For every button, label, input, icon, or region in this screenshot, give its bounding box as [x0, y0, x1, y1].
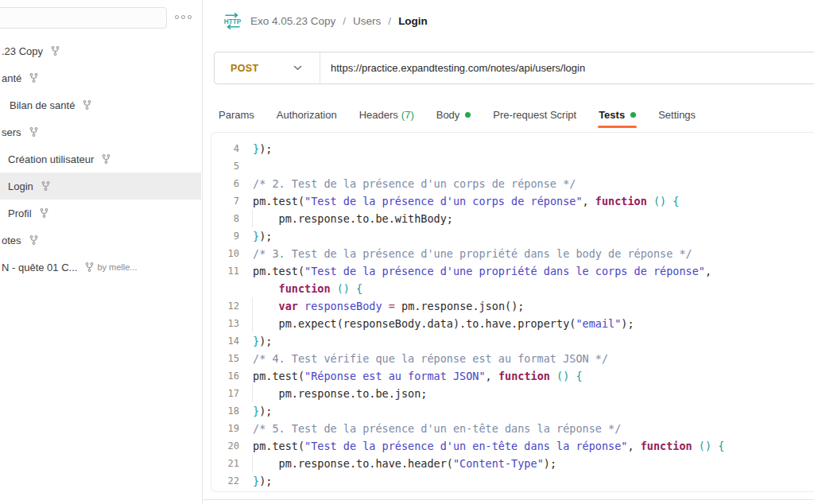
line-number: 22 — [211, 472, 248, 490]
fork-meta — [29, 73, 41, 83]
collection-item-label: Création utilisateur — [8, 153, 94, 165]
breadcrumb-separator: / — [343, 15, 346, 27]
fork-meta — [40, 208, 52, 218]
line-number: 4 — [211, 140, 248, 157]
svg-text:HTTP: HTTP — [224, 18, 242, 25]
tab-label: Tests — [599, 109, 625, 121]
fork-meta — [41, 181, 53, 191]
code-text — [248, 157, 253, 175]
code-line[interactable]: 8 pm.response.to.be.withBody; — [211, 210, 814, 227]
code-line[interactable]: 10 /* 3. Test de la présence d'une propr… — [211, 245, 814, 262]
request-tabs: Params Authorization Headers (7) Body Pr… — [219, 102, 696, 128]
tab-label: Headers — [359, 109, 398, 121]
code-line[interactable]: 17 pm.response.to.be.json; — [211, 385, 814, 402]
tab-authorization[interactable]: Authorization — [277, 102, 337, 128]
code-line[interactable]: 16 pm.test("Réponse est au format JSON",… — [211, 367, 814, 385]
collection-item-label: N - quête 01 C... — [2, 262, 77, 273]
sidebar-item-sers[interactable]: sers — [0, 118, 201, 145]
sidebar-item-otes[interactable]: otes — [0, 227, 201, 254]
more-options-icon[interactable] — [175, 15, 192, 19]
tab-tests[interactable]: Tests — [599, 102, 636, 128]
line-number: 20 — [211, 437, 248, 455]
tab-pre-request-script[interactable]: Pre-request Script — [493, 102, 576, 128]
code-line[interactable]: 11 pm.test("Test de la présence d'une pr… — [211, 262, 814, 280]
sidebar-item-profil[interactable]: Profil — [0, 200, 201, 227]
code-line[interactable]: 23 — [211, 490, 814, 492]
code-text — [248, 490, 253, 492]
code-line[interactable]: 19 /* 5. Test de la présence d'un en-têt… — [211, 420, 814, 437]
request-url-input[interactable] — [320, 62, 814, 74]
code-text: /* 4. Test vérifie que la réponse est au… — [248, 350, 608, 367]
code-line[interactable]: 13 pm.expect(responseBody.data).to.have.… — [211, 315, 814, 332]
sidebar-item-bilan-de-sante[interactable]: Bilan de santé — [0, 91, 201, 118]
tab-headers[interactable]: Headers (7) — [359, 102, 414, 128]
fork-meta: by melle... — [85, 262, 137, 272]
code-text: }); — [248, 402, 272, 420]
sidebar-item-login[interactable]: Login — [0, 173, 201, 200]
code-line[interactable]: 5 — [211, 157, 814, 175]
line-number: 12 — [211, 297, 248, 315]
code-text: /* 5. Test de la présence d'un en-tête d… — [248, 420, 621, 437]
code-line[interactable]: 14 }); — [211, 332, 814, 350]
request-panel: HTTP Exo 4.05.23 Copy/Users/Login POST P… — [203, 0, 814, 504]
line-number: 7 — [211, 192, 248, 210]
collection-item-label: otes — [2, 235, 21, 246]
method-label: POST — [231, 63, 259, 74]
code-line[interactable]: 22 }); — [211, 472, 814, 490]
tab-settings[interactable]: Settings — [658, 102, 696, 128]
breadcrumb-separator: / — [388, 15, 391, 27]
sidebar-item-n-quete-01-c[interactable]: N - quête 01 C... by melle... — [0, 254, 201, 281]
breadcrumb: HTTP Exo 4.05.23 Copy/Users/Login — [222, 13, 428, 29]
http-method-icon: HTTP — [222, 13, 243, 29]
breadcrumb-exo-4-05-23-copy[interactable]: Exo 4.05.23 Copy — [250, 15, 335, 27]
tab-count-badge: (7) — [401, 109, 414, 121]
code-text: pm.response.to.be.json; — [248, 385, 427, 402]
code-line[interactable]: 21 pm.response.to.have.header("Content-T… — [211, 455, 814, 472]
code-line[interactable]: 12 var responseBody = pm.response.json()… — [211, 297, 814, 315]
sidebar-item-creation-utilisateur[interactable]: Création utilisateur — [0, 145, 201, 173]
code-line[interactable]: function () { — [211, 280, 814, 297]
fork-icon — [29, 73, 38, 83]
code-line[interactable]: 6 /* 2. Test de la présence d'un corps d… — [211, 175, 814, 192]
code-line[interactable]: 18 }); — [211, 402, 814, 420]
code-text: pm.test("Réponse est au format JSON", fu… — [248, 367, 583, 385]
collection-item-label: sers — [2, 126, 21, 138]
code-text: pm.response.to.have.header("Content-Type… — [248, 455, 556, 472]
code-text: var responseBody = pm.response.json(); — [248, 297, 524, 315]
line-number: 14 — [211, 332, 248, 350]
tests-script-editor[interactable]: 4 }); 5 6 /* 2. Test de la présence d'un… — [211, 132, 814, 492]
line-number: 15 — [211, 350, 248, 367]
code-text: }); — [248, 332, 272, 350]
tab-label: Body — [436, 109, 460, 121]
collections-sidebar: .23 Copy anté — [0, 0, 203, 504]
code-line[interactable]: 9 }); — [211, 227, 814, 245]
line-number: 17 — [211, 385, 248, 402]
method-dropdown[interactable]: POST — [215, 52, 320, 83]
line-number: 13 — [211, 315, 248, 332]
code-line[interactable]: 20 pm.test("Test de la présence d'un en-… — [211, 437, 814, 455]
fork-icon — [29, 127, 38, 137]
fork-meta — [29, 235, 41, 245]
code-line[interactable]: 7 pm.test("Test de la présence d'un corp… — [211, 192, 814, 210]
breadcrumb-users[interactable]: Users — [353, 15, 381, 27]
sidebar-search-input[interactable] — [0, 7, 167, 29]
tab-params[interactable]: Params — [219, 102, 254, 128]
tab-body[interactable]: Body — [436, 102, 471, 128]
code-line[interactable]: 15 /* 4. Test vérifie que la réponse est… — [211, 350, 814, 367]
code-text: pm.test("Test de la présence d'une propr… — [248, 262, 711, 280]
line-number: 6 — [211, 175, 248, 192]
code-line[interactable]: 4 }); — [211, 140, 814, 157]
line-number: 10 — [211, 245, 248, 262]
fork-meta — [51, 46, 63, 56]
sidebar-item-ante[interactable]: anté — [0, 64, 201, 91]
code-text: }); — [248, 472, 272, 490]
fork-icon — [51, 46, 60, 56]
fork-icon — [40, 208, 48, 218]
line-number: 16 — [211, 367, 248, 385]
sidebar-item-23-copy[interactable]: .23 Copy — [0, 37, 201, 64]
line-number: 21 — [211, 455, 248, 472]
line-number — [211, 280, 248, 297]
collection-item-label: anté — [2, 72, 21, 84]
collection-item-label: Login — [8, 180, 33, 192]
breadcrumb-login[interactable]: Login — [398, 15, 428, 27]
